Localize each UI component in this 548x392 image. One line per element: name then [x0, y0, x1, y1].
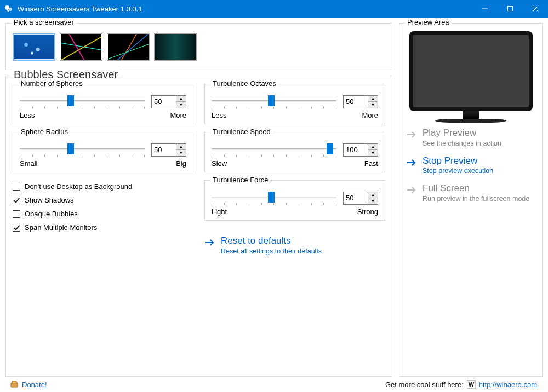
- donate-icon: [10, 380, 19, 389]
- reset-title: Reset to defaults: [221, 236, 322, 246]
- spheres-input[interactable]: [151, 95, 176, 108]
- options-checklist: Don't use Desktop as Background Show Sha…: [13, 182, 193, 232]
- force-up[interactable]: ▲: [368, 192, 378, 199]
- screensaver-thumb-bubbles[interactable]: [13, 33, 55, 61]
- preview-monitor: [409, 31, 533, 123]
- check-span-label: Span Multiple Monitors: [25, 223, 97, 232]
- app-icon: [4, 4, 13, 13]
- status-bar: Donate! Get more cool stuff here: W http…: [5, 377, 543, 392]
- check-desktop-bg[interactable]: Don't use Desktop as Background: [13, 182, 193, 191]
- octaves-slider[interactable]: [212, 94, 336, 107]
- preview-area-group: Preview Area Play Preview See the change: [399, 23, 543, 377]
- play-sub: See the changes in action: [423, 140, 501, 147]
- octaves-min-label: Less: [212, 111, 226, 119]
- spheres-label: Number of Spheres: [19, 79, 85, 88]
- arrow-right-icon: [406, 185, 417, 195]
- arrow-right-icon: [204, 237, 215, 248]
- speed-up[interactable]: ▲: [368, 144, 378, 151]
- minimize-button[interactable]: [472, 0, 498, 18]
- footer-blurb: Get more cool stuff here:: [385, 381, 464, 389]
- force-slider[interactable]: [212, 191, 336, 204]
- reset-defaults-action[interactable]: Reset to defaults Reset all settings to …: [204, 236, 385, 255]
- force-label: Turbulence Force: [210, 176, 270, 184]
- checkbox-icon: [13, 210, 20, 218]
- octaves-label: Turbulence Octaves: [210, 79, 278, 88]
- check-opaque-label: Opaque Bubbles: [25, 210, 78, 218]
- play-title: Play Preview: [423, 128, 501, 139]
- arrow-right-icon: [406, 157, 417, 168]
- screensaver-thumb-list: [13, 31, 385, 63]
- speed-down[interactable]: ▼: [368, 150, 378, 156]
- arrow-right-icon: [406, 129, 417, 140]
- check-desktop-bg-label: Don't use Desktop as Background: [25, 182, 132, 191]
- stop-preview-action[interactable]: Stop Preview Stop preview execution: [406, 156, 535, 175]
- window-title: Winaero Screensavers Tweaker 1.0.0.1: [18, 5, 472, 13]
- spheres-slider[interactable]: [20, 94, 145, 107]
- svg-text:W: W: [469, 381, 475, 388]
- screensaver-picker-heading: Pick a screensaver: [12, 18, 76, 26]
- winaero-link[interactable]: http://winaero.com: [479, 381, 537, 389]
- screensaver-picker-group: Pick a screensaver: [5, 23, 392, 70]
- preview-area-heading: Preview Area: [405, 18, 452, 26]
- svg-rect-4: [508, 7, 513, 11]
- radius-slider[interactable]: [20, 142, 145, 155]
- force-group: Turbulence Force: [204, 180, 385, 221]
- donate-link[interactable]: Donate!: [22, 381, 47, 389]
- radius-max-label: Big: [176, 159, 186, 168]
- radius-down[interactable]: ▼: [176, 150, 186, 156]
- screensaver-thumb-ribbons[interactable]: [60, 33, 102, 61]
- speed-input[interactable]: [343, 143, 368, 157]
- check-shadows-label: Show Shadows: [25, 196, 74, 204]
- spheres-down[interactable]: ▼: [176, 102, 186, 108]
- full-sub: Run preview in the fullscreen mode: [423, 195, 529, 203]
- force-max-label: Strong: [357, 207, 378, 216]
- check-span[interactable]: Span Multiple Monitors: [13, 223, 193, 232]
- speed-spinner[interactable]: ▲▼: [343, 143, 378, 157]
- octaves-group: Turbulence Octaves: [204, 84, 385, 124]
- octaves-up[interactable]: ▲: [368, 96, 378, 102]
- force-min-label: Light: [212, 207, 227, 216]
- maximize-button[interactable]: [498, 0, 523, 18]
- spheres-up[interactable]: ▲: [176, 96, 186, 102]
- spheres-spinner[interactable]: ▲▼: [151, 95, 186, 108]
- octaves-max-label: More: [362, 111, 378, 119]
- fullscreen-action[interactable]: Full Screen Run preview in the fullscree…: [406, 183, 535, 203]
- speed-group: Turbulence Speed: [204, 132, 385, 172]
- speed-slider[interactable]: [212, 142, 336, 155]
- spheres-max-label: More: [170, 111, 186, 119]
- speed-min-label: Slow: [212, 159, 227, 168]
- radius-label: Sphere Radius: [19, 128, 70, 136]
- checkbox-icon: [13, 224, 20, 232]
- force-spinner[interactable]: ▲▼: [343, 192, 378, 205]
- screensaver-thumb-mystify[interactable]: [107, 33, 150, 61]
- svg-point-1: [9, 8, 12, 11]
- full-title: Full Screen: [423, 183, 529, 194]
- radius-group: Sphere Radius: [13, 132, 193, 172]
- check-shadows[interactable]: Show Shadows: [13, 196, 193, 204]
- checkbox-icon: [13, 183, 20, 191]
- reset-sub: Reset all settings to their defaults: [221, 247, 322, 255]
- octaves-down[interactable]: ▼: [368, 102, 378, 108]
- force-input[interactable]: [343, 192, 368, 205]
- spheres-group: Number of Spheres: [13, 84, 193, 124]
- bubbles-settings-group: Bubbles Screensaver Number of Spheres: [5, 76, 392, 377]
- checkbox-icon: [13, 197, 20, 204]
- force-down[interactable]: ▼: [368, 198, 378, 204]
- svg-point-2: [7, 10, 9, 12]
- octaves-spinner[interactable]: ▲▼: [343, 95, 378, 108]
- radius-min-label: Small: [20, 159, 38, 168]
- svg-point-0: [5, 5, 9, 10]
- winaero-icon: W: [467, 380, 476, 389]
- screensaver-thumb-aurora[interactable]: [154, 33, 197, 61]
- close-button[interactable]: [523, 0, 548, 18]
- octaves-input[interactable]: [343, 95, 368, 108]
- radius-input[interactable]: [151, 143, 176, 157]
- play-preview-action[interactable]: Play Preview See the changes in action: [406, 128, 535, 147]
- check-opaque[interactable]: Opaque Bubbles: [13, 210, 193, 218]
- speed-max-label: Fast: [364, 159, 378, 168]
- radius-spinner[interactable]: ▲▼: [151, 143, 186, 157]
- stop-sub: Stop preview execution: [423, 167, 493, 175]
- svg-rect-12: [12, 381, 16, 384]
- radius-up[interactable]: ▲: [176, 144, 186, 151]
- title-bar: Winaero Screensavers Tweaker 1.0.0.1: [0, 0, 548, 18]
